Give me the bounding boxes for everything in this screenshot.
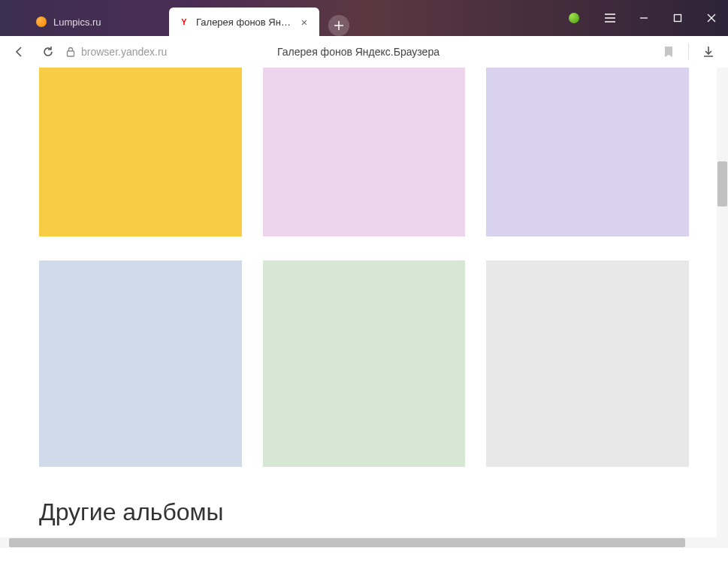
background-tile[interactable]: [263, 260, 466, 467]
content-area: Другие альбомы: [0, 68, 728, 548]
background-tile[interactable]: [39, 68, 242, 236]
page-title: Галерея фонов Яндекс.Браузера: [277, 46, 440, 58]
divider: [688, 44, 689, 60]
gallery-row-1: [39, 68, 689, 236]
reload-button[interactable]: [38, 41, 59, 62]
back-button[interactable]: [9, 41, 30, 62]
menu-button[interactable]: [593, 0, 627, 36]
bookmark-button[interactable]: [658, 41, 679, 62]
lumpics-favicon: [35, 16, 47, 28]
vertical-scrollbar[interactable]: [717, 68, 728, 548]
toolbar: browser.yandex.ru Галерея фонов Яндекс.Б…: [0, 36, 728, 68]
new-tab-button[interactable]: [328, 15, 349, 36]
gallery-row-2: [39, 260, 689, 467]
gallery: Другие альбомы: [0, 68, 728, 548]
url-area: browser.yandex.ru: [66, 46, 167, 58]
close-window-button[interactable]: [694, 0, 728, 36]
downloads-button[interactable]: [698, 41, 719, 62]
extension-icon[interactable]: [559, 0, 593, 36]
url-text: browser.yandex.ru: [81, 46, 167, 58]
tab-lumpics[interactable]: Lumpics.ru: [26, 8, 169, 36]
tab-strip: Lumpics.ru Y Галерея фонов Яндекс ×: [0, 0, 349, 36]
yandex-favicon: Y: [178, 16, 190, 28]
svg-rect-0: [674, 15, 681, 22]
tab-label: Галерея фонов Яндекс: [196, 17, 294, 28]
lock-icon: [66, 47, 75, 57]
minimize-button[interactable]: [627, 0, 660, 36]
background-tile[interactable]: [486, 260, 689, 467]
maximize-button[interactable]: [660, 0, 694, 36]
section-title: Другие альбомы: [39, 498, 689, 526]
background-tile[interactable]: [486, 68, 689, 236]
svg-rect-1: [68, 51, 74, 56]
background-tile[interactable]: [39, 260, 242, 467]
horizontal-scrollbar-thumb[interactable]: [9, 538, 685, 547]
address-bar[interactable]: browser.yandex.ru Галерея фонов Яндекс.Б…: [66, 40, 651, 64]
close-tab-button[interactable]: ×: [298, 16, 310, 28]
background-tile[interactable]: [263, 68, 466, 236]
window-controls: [559, 0, 728, 36]
titlebar: Lumpics.ru Y Галерея фонов Яндекс ×: [0, 0, 728, 36]
vertical-scrollbar-thumb[interactable]: [717, 161, 727, 206]
tab-yandex-gallery[interactable]: Y Галерея фонов Яндекс ×: [169, 8, 319, 36]
horizontal-scrollbar[interactable]: [0, 537, 717, 548]
tab-label: Lumpics.ru: [53, 17, 160, 28]
toolbar-right: [658, 41, 719, 62]
